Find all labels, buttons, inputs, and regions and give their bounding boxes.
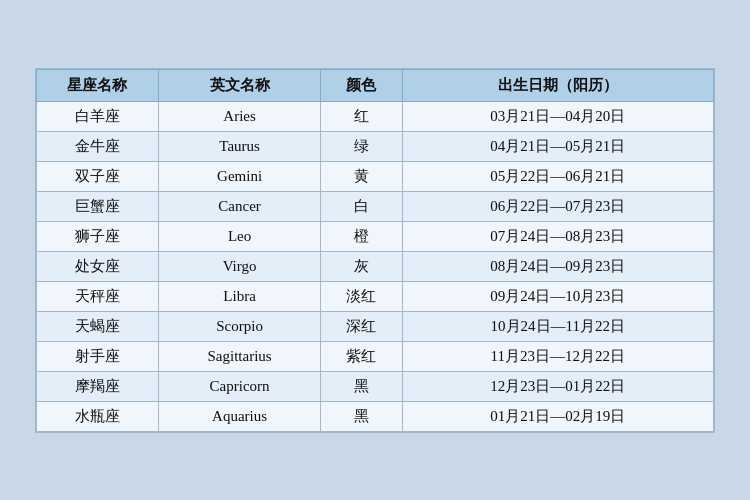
cell-chinese: 白羊座 bbox=[37, 101, 159, 131]
zodiac-table-container: 星座名称 英文名称 颜色 出生日期（阳历） 白羊座Aries红03月21日—04… bbox=[35, 68, 715, 433]
cell-chinese: 双子座 bbox=[37, 161, 159, 191]
cell-date: 11月23日—12月22日 bbox=[402, 341, 713, 371]
cell-chinese: 处女座 bbox=[37, 251, 159, 281]
table-row: 处女座Virgo灰08月24日—09月23日 bbox=[37, 251, 714, 281]
cell-color: 橙 bbox=[321, 221, 402, 251]
header-color: 颜色 bbox=[321, 69, 402, 101]
cell-english: Aquarius bbox=[158, 401, 320, 431]
cell-date: 09月24日—10月23日 bbox=[402, 281, 713, 311]
cell-chinese: 金牛座 bbox=[37, 131, 159, 161]
cell-chinese: 水瓶座 bbox=[37, 401, 159, 431]
cell-date: 12月23日—01月22日 bbox=[402, 371, 713, 401]
table-row: 双子座Gemini黄05月22日—06月21日 bbox=[37, 161, 714, 191]
cell-chinese: 巨蟹座 bbox=[37, 191, 159, 221]
cell-chinese: 摩羯座 bbox=[37, 371, 159, 401]
cell-date: 04月21日—05月21日 bbox=[402, 131, 713, 161]
cell-color: 黑 bbox=[321, 371, 402, 401]
table-header-row: 星座名称 英文名称 颜色 出生日期（阳历） bbox=[37, 69, 714, 101]
cell-date: 01月21日—02月19日 bbox=[402, 401, 713, 431]
table-row: 天蝎座Scorpio深红10月24日—11月22日 bbox=[37, 311, 714, 341]
cell-date: 06月22日—07月23日 bbox=[402, 191, 713, 221]
header-english: 英文名称 bbox=[158, 69, 320, 101]
cell-chinese: 射手座 bbox=[37, 341, 159, 371]
cell-color: 白 bbox=[321, 191, 402, 221]
table-row: 巨蟹座Cancer白06月22日—07月23日 bbox=[37, 191, 714, 221]
cell-english: Taurus bbox=[158, 131, 320, 161]
cell-chinese: 天蝎座 bbox=[37, 311, 159, 341]
cell-english: Aries bbox=[158, 101, 320, 131]
header-chinese: 星座名称 bbox=[37, 69, 159, 101]
cell-date: 05月22日—06月21日 bbox=[402, 161, 713, 191]
table-row: 狮子座Leo橙07月24日—08月23日 bbox=[37, 221, 714, 251]
cell-english: Capricorn bbox=[158, 371, 320, 401]
table-row: 白羊座Aries红03月21日—04月20日 bbox=[37, 101, 714, 131]
cell-english: Sagittarius bbox=[158, 341, 320, 371]
cell-color: 黄 bbox=[321, 161, 402, 191]
cell-english: Gemini bbox=[158, 161, 320, 191]
cell-date: 03月21日—04月20日 bbox=[402, 101, 713, 131]
table-row: 天秤座Libra淡红09月24日—10月23日 bbox=[37, 281, 714, 311]
cell-color: 黑 bbox=[321, 401, 402, 431]
cell-date: 10月24日—11月22日 bbox=[402, 311, 713, 341]
header-date: 出生日期（阳历） bbox=[402, 69, 713, 101]
cell-english: Virgo bbox=[158, 251, 320, 281]
cell-chinese: 狮子座 bbox=[37, 221, 159, 251]
cell-color: 灰 bbox=[321, 251, 402, 281]
cell-date: 07月24日—08月23日 bbox=[402, 221, 713, 251]
zodiac-table: 星座名称 英文名称 颜色 出生日期（阳历） 白羊座Aries红03月21日—04… bbox=[36, 69, 714, 432]
cell-color: 绿 bbox=[321, 131, 402, 161]
cell-english: Libra bbox=[158, 281, 320, 311]
table-row: 水瓶座Aquarius黑01月21日—02月19日 bbox=[37, 401, 714, 431]
cell-color: 深红 bbox=[321, 311, 402, 341]
table-row: 金牛座Taurus绿04月21日—05月21日 bbox=[37, 131, 714, 161]
cell-chinese: 天秤座 bbox=[37, 281, 159, 311]
table-row: 摩羯座Capricorn黑12月23日—01月22日 bbox=[37, 371, 714, 401]
cell-date: 08月24日—09月23日 bbox=[402, 251, 713, 281]
cell-english: Cancer bbox=[158, 191, 320, 221]
cell-english: Leo bbox=[158, 221, 320, 251]
cell-color: 淡红 bbox=[321, 281, 402, 311]
cell-color: 紫红 bbox=[321, 341, 402, 371]
cell-english: Scorpio bbox=[158, 311, 320, 341]
table-row: 射手座Sagittarius紫红11月23日—12月22日 bbox=[37, 341, 714, 371]
cell-color: 红 bbox=[321, 101, 402, 131]
